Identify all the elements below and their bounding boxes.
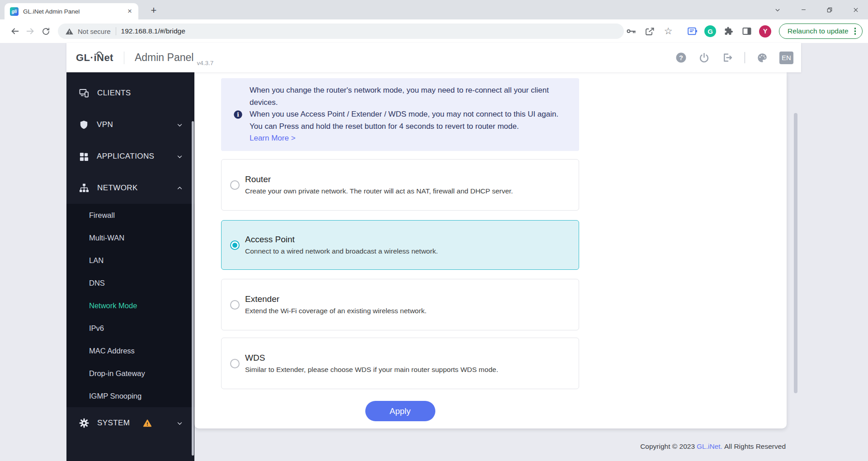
subitem-label: MAC Address <box>89 347 135 355</box>
vpn-shield-icon <box>79 120 89 130</box>
subitem-label: Multi-WAN <box>89 234 124 242</box>
sidebar-subitem-multi-wan[interactable]: Multi-WAN <box>66 226 194 249</box>
mode-description: Create your own private network. The rou… <box>245 187 513 195</box>
back-icon[interactable] <box>7 24 23 39</box>
notice-paragraph-2: When you use Access Point / Extender / W… <box>250 108 569 132</box>
window-minimize-button[interactable] <box>794 0 812 19</box>
page-scrollbar[interactable] <box>794 113 797 393</box>
applications-grid-icon <box>79 151 89 162</box>
window-close-button[interactable] <box>847 0 865 19</box>
grammarly-extension-icon[interactable]: G <box>704 25 716 37</box>
extender-radio[interactable] <box>230 300 240 310</box>
url-text: 192.168.8.1/#/bridge <box>121 27 185 35</box>
side-panel-icon[interactable] <box>741 25 753 38</box>
password-key-icon[interactable] <box>625 25 637 38</box>
mode-title: WDS <box>245 353 498 363</box>
mode-title: Extender <box>245 294 426 304</box>
router-radio[interactable] <box>230 180 240 190</box>
main-area: i When you change the router's network m… <box>194 72 801 461</box>
sidebar-item-system[interactable]: SYSTEM <box>66 407 194 439</box>
wds-radio[interactable] <box>230 359 240 368</box>
sidebar-scrollbar[interactable] <box>192 121 194 456</box>
tab-title: GL.iNet Admin Panel <box>23 8 121 15</box>
admin-header: GL·iNet Admin Panel v4.3.7 ? EN <box>66 43 801 72</box>
clients-devices-icon <box>79 88 90 99</box>
sidebar-subitem-network-mode[interactable]: Network Mode <box>66 294 194 317</box>
share-icon[interactable] <box>643 25 656 38</box>
chevron-down-icon <box>176 153 183 160</box>
window-restore-button[interactable] <box>821 0 839 19</box>
mode-card-extender[interactable]: Extender Extend the Wi-Fi coverage of an… <box>221 279 579 330</box>
mode-card-router[interactable]: Router Create your own private network. … <box>221 159 579 211</box>
sidebar-subitem-igmp-snooping[interactable]: IGMP Snooping <box>66 385 194 407</box>
bookmark-star-icon[interactable]: ☆ <box>662 25 675 38</box>
browser-tab[interactable]: gli GL.iNet Admin Panel × <box>5 3 138 19</box>
sidebar-item-label: APPLICATIONS <box>97 152 154 161</box>
tab-search-chevron-icon[interactable] <box>769 0 787 19</box>
new-tab-button[interactable]: + <box>147 4 160 17</box>
copyright-text: All Rights Reserved <box>724 442 786 450</box>
mode-description: Connect to a wired network and broadcast… <box>245 247 438 255</box>
notes-extension-icon[interactable] <box>686 25 698 38</box>
access-point-radio[interactable] <box>230 240 240 250</box>
relaunch-label: Relaunch to update <box>788 27 848 35</box>
reboot-power-icon[interactable] <box>698 52 710 64</box>
subitem-label: IGMP Snooping <box>89 392 142 400</box>
address-bar[interactable]: Not secure 192.168.8.1/#/bridge <box>58 24 624 39</box>
not-secure-label: Not secure <box>78 28 111 35</box>
theme-palette-icon[interactable] <box>756 52 768 64</box>
profile-avatar[interactable]: Y <box>759 25 771 38</box>
sidebar-item-label: VPN <box>97 120 113 129</box>
subitem-label: IPv6 <box>89 324 104 333</box>
refresh-icon[interactable] <box>38 24 53 39</box>
svg-text:?: ? <box>679 54 683 61</box>
browser-menu-dots-icon <box>854 28 856 35</box>
browser-tab-strip: gli GL.iNet Admin Panel × + <box>0 0 868 19</box>
chevron-down-icon <box>176 420 183 427</box>
extensions-puzzle-icon[interactable] <box>722 25 735 38</box>
address-divider <box>116 27 116 35</box>
sidebar-item-applications[interactable]: APPLICATIONS <box>66 141 194 172</box>
sidebar-item-label: SYSTEM <box>97 419 130 428</box>
header-icons-divider <box>745 52 745 63</box>
header-divider <box>124 52 124 64</box>
logo-text: GL·iNet <box>76 52 113 63</box>
footer: Copyright © 2023GL.iNet.All Rights Reser… <box>194 442 786 451</box>
relaunch-to-update-button[interactable]: Relaunch to update <box>779 24 863 39</box>
tab-close-icon[interactable]: × <box>126 7 134 16</box>
sidebar-subitem-lan[interactable]: LAN <box>66 249 194 272</box>
logout-icon[interactable] <box>722 52 733 64</box>
copyright-text: Copyright © 2023 <box>640 442 695 450</box>
browser-toolbar: Not secure 192.168.8.1/#/bridge ☆ G Y Re… <box>0 19 868 43</box>
network-tree-icon <box>79 183 90 193</box>
sidebar-item-clients[interactable]: CLIENTS <box>66 77 194 109</box>
notice-paragraph-1: When you change the router's network mod… <box>250 85 569 108</box>
mode-title: Access Point <box>245 235 438 245</box>
sidebar-subitem-dns[interactable]: DNS <box>66 272 194 294</box>
help-icon[interactable]: ? <box>675 52 687 64</box>
sidebar-subitem-ipv6[interactable]: IPv6 <box>66 317 194 339</box>
mode-title: Router <box>245 174 513 184</box>
firmware-version: v4.3.7 <box>197 60 213 66</box>
subitem-label: Firewall <box>89 211 115 220</box>
content-panel: i When you change the router's network m… <box>194 72 787 428</box>
mode-card-wds[interactable]: WDS Similar to Extender, please choose W… <box>221 338 579 389</box>
mode-description: Extend the Wi-Fi coverage of an existing… <box>245 307 426 315</box>
apply-button[interactable]: Apply <box>365 401 435 421</box>
footer-brand-link[interactable]: GL.iNet. <box>697 442 722 450</box>
network-mode-notice: i When you change the router's network m… <box>221 78 579 151</box>
sidebar-item-vpn[interactable]: VPN <box>66 109 194 141</box>
forward-icon[interactable] <box>23 24 38 39</box>
sidebar-item-network[interactable]: NETWORK <box>66 172 194 204</box>
sidebar-subitem-mac-address[interactable]: MAC Address <box>66 339 194 362</box>
sidebar-item-label: NETWORK <box>97 183 138 193</box>
sidebar-subitem-drop-in-gateway[interactable]: Drop-in Gateway <box>66 362 194 385</box>
subitem-label: LAN <box>89 256 104 265</box>
info-icon: i <box>233 110 243 119</box>
glinet-logo: GL·iNet <box>76 52 113 64</box>
learn-more-link[interactable]: Learn More > <box>250 132 296 145</box>
page-title: Admin Panel <box>135 52 193 64</box>
mode-card-access-point[interactable]: Access Point Connect to a wired network … <box>221 220 579 270</box>
sidebar-subitem-firewall[interactable]: Firewall <box>66 204 194 226</box>
language-selector[interactable]: EN <box>779 52 793 64</box>
